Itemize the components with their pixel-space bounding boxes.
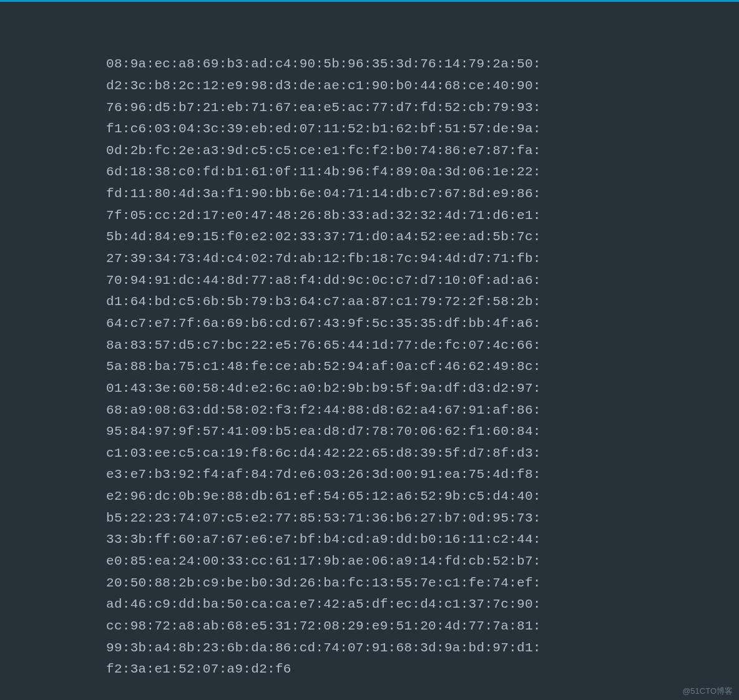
hex-line: 08:9a:ec:a8:69:b3:ad:c4:90:5b:96:35:3d:7… (6, 54, 733, 75)
hex-line: e2:96:dc:0b:9e:88:db:61:ef:54:65:12:a6:5… (6, 486, 733, 508)
hex-line: e0:85:ea:24:00:33:cc:61:17:9b:ae:06:a9:1… (6, 551, 733, 573)
hex-dump: 08:9a:ec:a8:69:b3:ad:c4:90:5b:96:35:3d:7… (6, 54, 733, 681)
hex-line: 95:84:97:9f:57:41:09:b5:ea:d8:d7:78:70:0… (6, 421, 733, 443)
hex-line: 01:43:3e:60:58:4d:e2:6c:a0:b2:9b:b9:5f:9… (6, 378, 733, 400)
hex-line: 5b:4d:84:e9:15:f0:e2:02:33:37:71:d0:a4:5… (6, 226, 733, 248)
hex-line: 68:a9:08:63:dd:58:02:f3:f2:44:88:d8:62:a… (6, 400, 733, 422)
hex-line: 27:39:34:73:4d:c4:02:7d:ab:12:fb:18:7c:9… (6, 248, 733, 270)
hex-line: 20:50:88:2b:c9:be:b0:3d:26:ba:fc:13:55:7… (6, 573, 733, 595)
hex-line: ad:46:c9:dd:ba:50:ca:ca:e7:42:a5:df:ec:d… (6, 594, 733, 616)
hex-line: f1:c6:03:04:3c:39:eb:ed:07:11:52:b1:62:b… (6, 119, 733, 140)
hex-line: e3:e7:b3:92:f4:af:84:7d:e6:03:26:3d:00:9… (6, 464, 733, 486)
hex-line: 70:94:91:dc:44:8d:77:a8:f4:dd:9c:0c:c7:d… (6, 270, 733, 292)
hex-line: 6d:18:38:c0:fd:b1:61:0f:11:4b:96:f4:89:0… (6, 162, 733, 183)
hex-line: 8a:83:57:d5:c7:bc:22:e5:76:65:44:1d:77:d… (6, 335, 733, 357)
hex-line: 99:3b:a4:8b:23:6b:da:86:cd:74:07:91:68:3… (6, 638, 733, 659)
hex-line: f2:3a:e1:52:07:a9:d2:f6 (6, 659, 733, 681)
terminal-output: 08:9a:ec:a8:69:b3:ad:c4:90:5b:96:35:3d:7… (0, 2, 739, 700)
hex-line: fd:11:80:4d:3a:f1:90:bb:6e:04:71:14:db:c… (6, 183, 733, 205)
hex-line: d2:3c:b8:2c:12:e9:98:d3:de:ae:c1:90:b0:4… (6, 75, 733, 97)
hex-line: d1:64:bd:c5:6b:5b:79:b3:64:c7:aa:87:c1:7… (6, 291, 733, 313)
hex-line: 76:96:d5:b7:21:eb:71:67:ea:e5:ac:77:d7:f… (6, 97, 733, 119)
hex-line: 7f:05:cc:2d:17:e0:47:48:26:8b:33:ad:32:3… (6, 205, 733, 227)
hex-line: 33:3b:ff:60:a7:67:e6:e7:bf:b4:cd:a9:dd:b… (6, 529, 733, 551)
hex-line: cc:98:72:a8:ab:68:e5:31:72:08:29:e9:51:2… (6, 616, 733, 638)
hex-line: c1:03:ee:c5:ca:19:f8:6c:d4:42:22:65:d8:3… (6, 443, 733, 465)
watermark: @51CTO博客 (682, 686, 733, 697)
hex-line: 0d:2b:fc:2e:a3:9d:c5:c5:ce:e1:fc:f2:b0:7… (6, 140, 733, 162)
hex-line: 64:c7:e7:7f:6a:69:b6:cd:67:43:9f:5c:35:3… (6, 313, 733, 335)
hex-line: b5:22:23:74:07:c5:e2:77:85:53:71:36:b6:2… (6, 508, 733, 530)
hex-line: 5a:88:ba:75:c1:48:fe:ce:ab:52:94:af:0a:c… (6, 356, 733, 378)
